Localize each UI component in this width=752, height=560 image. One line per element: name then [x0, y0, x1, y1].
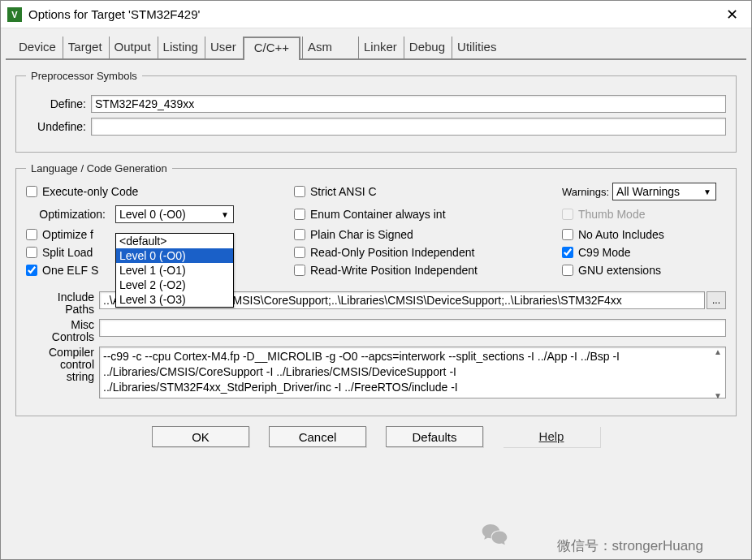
cancel-button[interactable]: Cancel	[269, 426, 366, 447]
optimize-for-label: Optimize f	[42, 228, 93, 241]
window-title: Options for Target 'STM32F429'	[28, 7, 720, 21]
no-auto-includes-checkbox[interactable]	[562, 229, 573, 240]
language-group: Language / Code Generation Execute-only …	[15, 162, 737, 416]
define-input[interactable]	[91, 95, 726, 113]
compiler-control-label: Compiler control string	[26, 347, 99, 383]
misc-controls-input[interactable]	[99, 319, 726, 337]
scroll-down-icon[interactable]: ▼	[711, 391, 725, 400]
misc-controls-label: Misc Controls	[26, 319, 99, 343]
compiler-control-string[interactable]: --c99 -c --cpu Cortex-M4.fp -D__MICROLIB…	[99, 347, 726, 398]
defaults-button[interactable]: Defaults	[386, 426, 483, 447]
button-bar: OK Cancel Defaults Help	[1, 426, 751, 447]
tab-target[interactable]: Target	[63, 37, 107, 58]
enum-int-checkbox[interactable]	[294, 209, 305, 220]
tab-c-cpp[interactable]: C/C++	[243, 37, 300, 60]
warnings-select[interactable]: All Warnings ▼	[612, 183, 716, 200]
tab-device[interactable]: Device	[14, 37, 61, 58]
strict-ansi-checkbox[interactable]	[294, 186, 305, 197]
no-auto-includes-label: No Auto Includes	[578, 228, 664, 241]
tab-debug[interactable]: Debug	[404, 37, 450, 58]
opt-level1[interactable]: Level 1 (-O1)	[116, 263, 233, 278]
split-load-label: Split Load	[42, 246, 93, 259]
optimization-select[interactable]: Level 0 (-O0) ▼	[115, 205, 234, 223]
optimization-label: Optimization:	[26, 208, 110, 221]
scroll-up-icon[interactable]: ▲	[711, 347, 725, 356]
watermark: 微信号：strongerHuang	[557, 536, 703, 555]
tab-utilities[interactable]: Utilities	[452, 37, 501, 58]
include-paths-label: Include Paths	[26, 291, 99, 316]
optimization-dropdown[interactable]: <default> Level 0 (-O0) Level 1 (-O1) Le…	[115, 233, 234, 308]
enum-int-label: Enum Container always int	[310, 208, 446, 221]
scroll-indicator[interactable]: ▲ ▼	[711, 347, 725, 400]
tab-linker[interactable]: Linker	[358, 37, 402, 58]
preprocessor-group: Preprocessor Symbols Define: Undefine:	[15, 70, 737, 153]
titlebar: V Options for Target 'STM32F429' ✕	[1, 1, 751, 28]
gnu-ext-label: GNU extensions	[578, 264, 661, 277]
wechat-icon	[481, 523, 508, 545]
opt-level0[interactable]: Level 0 (-O0)	[116, 248, 233, 263]
opt-level3[interactable]: Level 3 (-O3)	[116, 292, 233, 307]
c99-mode-label: C99 Mode	[578, 246, 631, 259]
app-icon: V	[7, 7, 22, 22]
one-elf-checkbox[interactable]	[26, 265, 37, 276]
undefine-input[interactable]	[91, 118, 726, 136]
preprocessor-legend: Preprocessor Symbols	[26, 70, 142, 82]
tab-output[interactable]: Output	[109, 37, 156, 58]
tab-strip: Device Target Output Listing User C/C++ …	[6, 28, 746, 60]
include-paths-browse-button[interactable]: ...	[707, 291, 726, 309]
one-elf-label: One ELF S	[42, 264, 98, 277]
warnings-label: Warnings:	[562, 186, 609, 198]
tab-listing[interactable]: Listing	[158, 37, 203, 58]
plain-char-checkbox[interactable]	[294, 229, 305, 240]
execute-only-label: Execute-only Code	[42, 185, 138, 198]
chevron-down-icon: ▼	[701, 185, 714, 198]
tab-asm[interactable]: Asm	[302, 37, 357, 58]
tab-user[interactable]: User	[205, 37, 241, 58]
execute-only-checkbox[interactable]	[26, 186, 37, 197]
help-button[interactable]: Help	[503, 426, 600, 447]
split-load-checkbox[interactable]	[26, 247, 37, 258]
c99-mode-checkbox[interactable]	[562, 247, 573, 258]
strict-ansi-label: Strict ANSI C	[310, 185, 377, 198]
chevron-down-icon: ▼	[218, 208, 231, 221]
rw-pos-indep-checkbox[interactable]	[294, 265, 305, 276]
thumb-mode-checkbox	[562, 209, 573, 220]
define-label: Define:	[26, 97, 91, 110]
ro-pos-indep-label: Read-Only Position Independent	[310, 246, 474, 259]
ro-pos-indep-checkbox[interactable]	[294, 247, 305, 258]
undefine-label: Undefine:	[26, 120, 91, 133]
language-legend: Language / Code Generation	[26, 162, 172, 174]
ok-button[interactable]: OK	[152, 426, 249, 447]
opt-default[interactable]: <default>	[116, 234, 233, 248]
thumb-mode-label: Thumb Mode	[578, 208, 645, 221]
plain-char-label: Plain Char is Signed	[310, 228, 413, 241]
gnu-ext-checkbox[interactable]	[562, 265, 573, 276]
options-dialog: V Options for Target 'STM32F429' ✕ Devic…	[0, 0, 752, 560]
close-icon[interactable]: ✕	[720, 6, 745, 24]
rw-pos-indep-label: Read-Write Position Independent	[310, 264, 478, 277]
optimize-for-checkbox[interactable]	[26, 229, 37, 240]
opt-level2[interactable]: Level 2 (-O2)	[116, 278, 233, 292]
